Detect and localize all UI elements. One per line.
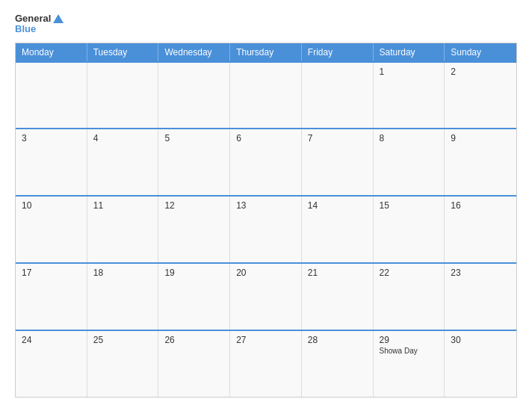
logo-triangle-icon bbox=[52, 13, 64, 24]
weekday-header-monday: Monday bbox=[16, 43, 87, 61]
cal-cell: 9 bbox=[445, 129, 516, 195]
day-number: 1 bbox=[380, 67, 439, 77]
cal-cell: 27 bbox=[230, 331, 302, 397]
week-row-4: 242526272829Showa Day30 bbox=[16, 330, 516, 397]
cal-cell: 4 bbox=[87, 129, 159, 195]
cal-cell: 30 bbox=[445, 331, 516, 397]
weekday-header-saturday: Saturday bbox=[374, 43, 445, 61]
day-number: 28 bbox=[308, 335, 367, 345]
cal-cell: 11 bbox=[87, 197, 159, 262]
cal-cell: 18 bbox=[87, 264, 159, 330]
week-row-0: 12 bbox=[16, 61, 516, 129]
logo-general: General bbox=[15, 13, 51, 24]
cal-cell: 13 bbox=[230, 197, 302, 262]
day-number: 21 bbox=[308, 268, 367, 278]
weekday-header-thursday: Thursday bbox=[230, 43, 302, 61]
cal-cell: 10 bbox=[16, 197, 87, 262]
calendar-body: 1234567891011121314151617181920212223242… bbox=[16, 61, 516, 397]
day-number: 24 bbox=[22, 335, 81, 345]
day-number: 11 bbox=[93, 200, 152, 211]
cal-cell: 26 bbox=[158, 331, 230, 397]
day-number: 20 bbox=[236, 268, 295, 278]
day-number: 19 bbox=[164, 268, 223, 278]
cal-cell: 22 bbox=[374, 264, 445, 330]
cal-cell: 2 bbox=[445, 63, 516, 129]
day-number: 15 bbox=[380, 200, 439, 211]
day-number: 26 bbox=[164, 335, 223, 345]
cal-cell: 24 bbox=[16, 331, 87, 397]
day-number: 30 bbox=[451, 335, 510, 345]
cal-cell: 15 bbox=[374, 197, 445, 262]
day-number: 27 bbox=[236, 335, 295, 345]
day-number: 3 bbox=[22, 133, 81, 143]
svg-marker-0 bbox=[53, 14, 64, 23]
cal-cell: 17 bbox=[16, 264, 87, 330]
day-number: 7 bbox=[308, 133, 367, 143]
calendar: MondayTuesdayWednesdayThursdayFridaySatu… bbox=[15, 43, 517, 398]
logo-blue: Blue bbox=[15, 24, 36, 34]
cal-cell: 6 bbox=[230, 129, 302, 195]
day-number: 23 bbox=[451, 268, 510, 278]
day-number: 2 bbox=[451, 67, 510, 77]
logo: General Blue bbox=[15, 13, 64, 35]
cal-cell: 25 bbox=[87, 331, 159, 397]
day-number: 9 bbox=[451, 133, 510, 143]
cal-cell: 29Showa Day bbox=[374, 331, 445, 397]
day-number: 22 bbox=[380, 268, 439, 278]
cal-cell: 8 bbox=[374, 129, 445, 195]
week-row-1: 3456789 bbox=[16, 128, 516, 195]
weekday-header-tuesday: Tuesday bbox=[87, 43, 159, 61]
page-header: General Blue bbox=[15, 13, 517, 35]
cal-cell: 7 bbox=[302, 129, 374, 195]
cal-cell: 21 bbox=[302, 264, 374, 330]
cal-cell bbox=[16, 63, 87, 129]
day-number: 13 bbox=[236, 200, 295, 211]
day-number: 4 bbox=[93, 133, 152, 143]
week-row-2: 10111213141516 bbox=[16, 195, 516, 262]
holiday-label: Showa Day bbox=[380, 347, 439, 355]
weekday-header-wednesday: Wednesday bbox=[158, 43, 230, 61]
cal-cell: 16 bbox=[445, 197, 516, 262]
week-row-3: 17181920212223 bbox=[16, 262, 516, 330]
cal-cell: 12 bbox=[158, 197, 230, 262]
cal-cell: 3 bbox=[16, 129, 87, 195]
day-number: 17 bbox=[22, 268, 81, 278]
cal-cell bbox=[230, 63, 302, 129]
day-number: 29 bbox=[380, 335, 439, 345]
day-number: 12 bbox=[164, 200, 223, 211]
cal-cell bbox=[158, 63, 230, 129]
cal-cell: 19 bbox=[158, 264, 230, 330]
cal-cell bbox=[302, 63, 374, 129]
day-number: 14 bbox=[308, 200, 367, 211]
cal-cell: 20 bbox=[230, 264, 302, 330]
day-number: 8 bbox=[380, 133, 439, 143]
day-number: 5 bbox=[164, 133, 223, 143]
day-number: 25 bbox=[93, 335, 152, 345]
cal-cell: 14 bbox=[302, 197, 374, 262]
day-number: 10 bbox=[22, 200, 81, 211]
day-number: 6 bbox=[236, 133, 295, 143]
weekday-header-sunday: Sunday bbox=[445, 43, 516, 61]
day-number: 16 bbox=[451, 200, 510, 211]
cal-cell: 23 bbox=[445, 264, 516, 330]
cal-cell: 5 bbox=[158, 129, 230, 195]
cal-cell: 1 bbox=[374, 63, 445, 129]
cal-cell bbox=[87, 63, 159, 129]
cal-cell: 28 bbox=[302, 331, 374, 397]
day-number: 18 bbox=[93, 268, 152, 278]
calendar-page: General Blue MondayTuesdayWednesdayThurs… bbox=[0, 0, 532, 411]
weekday-header-friday: Friday bbox=[302, 43, 374, 61]
calendar-header: MondayTuesdayWednesdayThursdayFridaySatu… bbox=[16, 43, 516, 61]
